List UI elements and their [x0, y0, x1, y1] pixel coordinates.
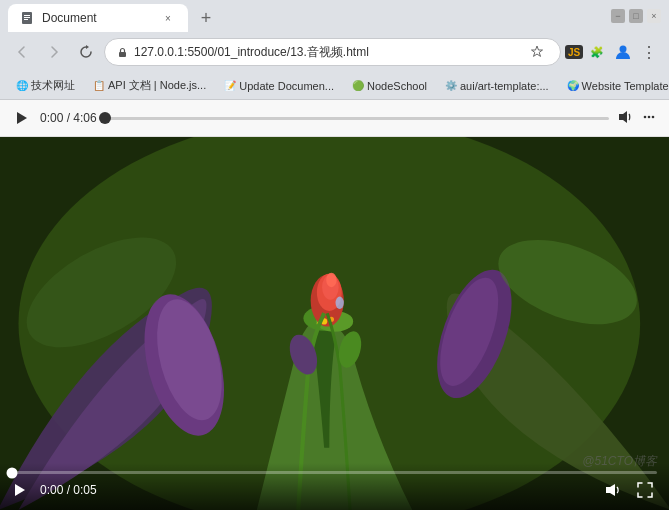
- bookmark-favicon-3: 🟢: [352, 80, 364, 92]
- maximize-button[interactable]: □: [629, 9, 643, 23]
- lock-icon: [117, 47, 128, 58]
- bookmark-star-icon[interactable]: [526, 41, 548, 63]
- title-bar: Document × + − □ ×: [0, 0, 669, 32]
- bookmark-item-2[interactable]: 📝 Update Documen...: [216, 78, 342, 94]
- bookmark-label-1: API 文档 | Node.js...: [108, 78, 206, 93]
- svg-point-23: [336, 297, 344, 309]
- svg-rect-4: [119, 52, 126, 57]
- video-play-button[interactable]: [12, 482, 32, 498]
- browser-action-buttons: JS 🧩 ⋮: [565, 40, 661, 64]
- menu-icon[interactable]: ⋮: [637, 40, 661, 64]
- bookmark-favicon-4: ⚙️: [445, 80, 457, 92]
- bookmark-favicon-5: 🌍: [567, 80, 579, 92]
- svg-rect-3: [24, 19, 28, 20]
- browser-window: Document × + − □ × 127.0.0.1:5500/01_int…: [0, 0, 669, 510]
- tab-bar: Document × +: [8, 0, 611, 32]
- svg-point-8: [644, 115, 647, 118]
- active-tab[interactable]: Document ×: [8, 4, 188, 32]
- bookmark-item-1[interactable]: 📋 API 文档 | Node.js...: [85, 76, 214, 95]
- video-fullscreen-button[interactable]: [633, 478, 657, 502]
- back-button[interactable]: [8, 38, 36, 66]
- bookmark-label-4: aui/art-template:...: [460, 80, 549, 92]
- flower-scene: [0, 137, 669, 510]
- bookmark-label-5: Website Template...: [582, 80, 669, 92]
- svg-marker-31: [15, 484, 25, 496]
- svg-point-10: [652, 115, 655, 118]
- svg-point-9: [648, 115, 651, 118]
- svg-marker-7: [619, 111, 627, 123]
- svg-rect-1: [24, 15, 30, 16]
- profile-icon[interactable]: [611, 40, 635, 64]
- bookmark-item-3[interactable]: 🟢 NodeSchool: [344, 78, 435, 94]
- svg-marker-6: [17, 112, 27, 124]
- bookmark-label-3: NodeSchool: [367, 80, 427, 92]
- bookmark-label-0: 技术网址: [31, 78, 75, 93]
- video-seek-bar[interactable]: [12, 471, 657, 474]
- new-tab-button[interactable]: +: [192, 4, 220, 32]
- video-volume-button[interactable]: [601, 478, 625, 502]
- address-input[interactable]: 127.0.0.1:5500/01_introduce/13.音视频.html: [104, 38, 561, 66]
- video-seek-thumb[interactable]: [7, 467, 18, 478]
- video-container: @51CTO博客 0:00 / 0:05: [0, 137, 669, 510]
- svg-marker-32: [606, 484, 615, 496]
- bookmark-favicon-1: 📋: [93, 80, 105, 92]
- tab-title: Document: [42, 11, 152, 25]
- bookmark-item-5[interactable]: 🌍 Website Template...: [559, 78, 669, 94]
- bookmark-favicon-2: 📝: [224, 80, 236, 92]
- bookmark-item-4[interactable]: ⚙️ aui/art-template:...: [437, 78, 557, 94]
- video-controls: 0:00 / 0:05: [0, 463, 669, 510]
- audio-time-display: 0:00 / 4:06: [40, 111, 97, 125]
- reload-button[interactable]: [72, 38, 100, 66]
- close-button[interactable]: ×: [647, 9, 661, 23]
- address-bar: 127.0.0.1:5500/01_introduce/13.音视频.html …: [0, 32, 669, 72]
- js-extension-icon[interactable]: JS: [565, 45, 583, 59]
- svg-point-5: [620, 46, 627, 53]
- video-frame: @51CTO博客: [0, 137, 669, 510]
- extensions-icon[interactable]: 🧩: [585, 40, 609, 64]
- audio-more-button[interactable]: [641, 109, 657, 128]
- bookmark-favicon-0: 🌐: [16, 80, 28, 92]
- address-action-icons: [526, 41, 548, 63]
- audio-seek-bar[interactable]: [105, 117, 609, 120]
- url-text: 127.0.0.1:5500/01_introduce/13.音视频.html: [134, 44, 520, 61]
- window-controls: − □ ×: [611, 9, 661, 23]
- audio-play-button[interactable]: [12, 108, 32, 128]
- bookmarks-bar: 🌐 技术网址 📋 API 文档 | Node.js... 📝 Update Do…: [0, 72, 669, 100]
- tab-close-button[interactable]: ×: [160, 10, 176, 26]
- bookmark-item-0[interactable]: 🌐 技术网址: [8, 76, 83, 95]
- forward-button[interactable]: [40, 38, 68, 66]
- audio-player: 0:00 / 4:06: [0, 100, 669, 137]
- audio-volume-button[interactable]: [617, 109, 633, 128]
- page-content: 0:00 / 4:06: [0, 100, 669, 510]
- audio-seek-thumb[interactable]: [99, 112, 111, 124]
- video-controls-row: 0:00 / 0:05: [12, 478, 657, 502]
- bookmark-label-2: Update Documen...: [239, 80, 334, 92]
- video-time-display: 0:00 / 0:05: [40, 483, 97, 497]
- tab-favicon: [20, 11, 34, 25]
- svg-rect-2: [24, 17, 30, 18]
- svg-point-22: [326, 273, 336, 288]
- video-progress-row: [12, 471, 657, 474]
- minimize-button[interactable]: −: [611, 9, 625, 23]
